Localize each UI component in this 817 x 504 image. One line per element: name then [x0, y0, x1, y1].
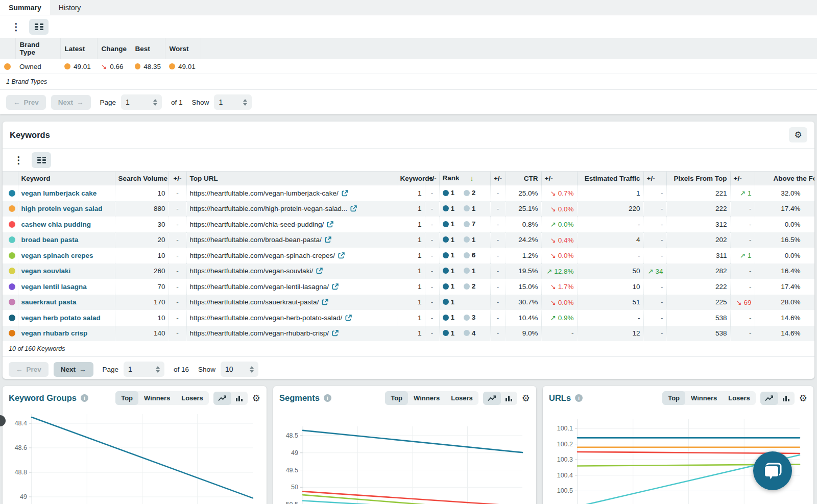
top-toggle[interactable]: Top [385, 391, 408, 405]
col-brand-type[interactable]: Brand Type [15, 38, 60, 59]
top-url-link[interactable]: https://heartfultable.com/chia-seed-pudd… [190, 221, 324, 228]
col-keywords[interactable]: Keywords [397, 172, 425, 185]
next-button[interactable]: Next→ [51, 95, 91, 110]
keyword-row[interactable]: vegan herb potato salad 10 - https://hea… [3, 310, 814, 326]
spinner-arrows-icon[interactable] [156, 366, 160, 373]
line-chart-button[interactable] [760, 392, 778, 405]
external-link-icon[interactable] [325, 236, 331, 243]
bar-chart-button[interactable] [501, 392, 517, 405]
keyword-row[interactable]: broad bean pasta 20 - https://heartfulta… [3, 232, 814, 248]
external-link-icon[interactable] [332, 330, 339, 337]
spinner-arrows-icon[interactable] [243, 99, 247, 106]
keyword-link[interactable]: high protein vegan salad [21, 205, 103, 212]
tab-history[interactable]: History [50, 0, 90, 15]
col-top-url[interactable]: Top URL [186, 172, 397, 185]
col-change[interactable]: Change [97, 38, 131, 59]
keyword-link[interactable]: vegan spinach crepes [21, 252, 93, 259]
top-url-link[interactable]: https://heartfultable.com/vegan-spinach-… [190, 252, 335, 259]
external-link-icon[interactable] [338, 252, 345, 259]
external-link-icon[interactable] [316, 268, 323, 274]
losers-toggle[interactable]: Losers [176, 391, 209, 405]
col-traffic-delta[interactable]: +/- [643, 172, 666, 185]
top-toggle[interactable]: Top [662, 391, 685, 405]
show-input[interactable]: 1 [214, 94, 252, 110]
col-estimated-traffic[interactable]: Estimated Traffic [577, 172, 643, 185]
prev-button[interactable]: ←Prev [9, 362, 49, 377]
top-url-link[interactable]: https://heartfultable.com/sauerkraut-pas… [190, 298, 319, 306]
col-pixels-delta[interactable]: +/- [730, 172, 755, 185]
col-rank[interactable]: Rank↓ [439, 172, 490, 185]
keyword-link[interactable]: vegan lumberjack cake [21, 189, 97, 197]
top-url-link[interactable]: https://heartfultable.com/broad-bean-pas… [190, 236, 322, 244]
line-chart-button[interactable] [483, 392, 501, 405]
external-link-icon[interactable] [327, 221, 333, 228]
chat-widget-button[interactable] [753, 451, 792, 490]
brand-type-row[interactable]: Owned 49.01 ↘0.66 48.35 49.01 [0, 59, 817, 74]
keyword-row[interactable]: vegan rhubarb crisp 140 - https://heartf… [3, 326, 814, 342]
top-url-link[interactable]: https://heartfultable.com/vegan-herb-pot… [190, 314, 343, 322]
top-url-link[interactable]: https://heartfultable.com/vegan-souvlaki… [190, 267, 314, 275]
col-keyword[interactable]: Keyword [18, 172, 115, 185]
col-pixels-from-top[interactable]: Pixels From Top [666, 172, 730, 185]
top-url-link[interactable]: https://heartfultable.com/vegan-rhubarb-… [190, 329, 329, 337]
page-input[interactable]: 1 [121, 94, 162, 110]
keyword-row[interactable]: vegan souvlaki 260 - https://heartfultab… [3, 263, 814, 279]
tab-summary[interactable]: Summary [0, 0, 50, 15]
show-input[interactable]: 10 [221, 362, 258, 377]
keywords-settings-button[interactable]: ⚙ [789, 127, 807, 142]
keyword-row[interactable]: high protein vegan salad 880 - https://h… [3, 201, 814, 217]
winners-toggle[interactable]: Winners [685, 391, 723, 405]
col-best[interactable]: Best [131, 38, 165, 59]
top-url-link[interactable]: https://heartfultable.com/high-protein-v… [190, 205, 347, 212]
keyword-link[interactable]: vegan rhubarb crisp [21, 329, 88, 337]
col-search-volume[interactable]: Search Volume [115, 172, 169, 185]
bar-chart-button[interactable] [778, 392, 795, 405]
col-rank-delta[interactable]: +/- [490, 172, 506, 185]
col-latest[interactable]: Latest [60, 38, 97, 59]
winners-toggle[interactable]: Winners [138, 391, 176, 405]
info-icon[interactable]: i [575, 394, 583, 402]
keyword-link[interactable]: cashew chia pudding [21, 221, 91, 228]
top-url-link[interactable]: https://heartfultable.com/vegan-lentil-l… [190, 283, 329, 291]
external-link-icon[interactable] [350, 205, 357, 212]
external-link-icon[interactable] [322, 299, 328, 305]
spinner-arrows-icon[interactable] [250, 366, 254, 373]
keyword-link[interactable]: sauerkraut pasta [21, 298, 77, 306]
external-link-icon[interactable] [332, 283, 339, 290]
col-ctr-delta[interactable]: +/- [541, 172, 577, 185]
sort-descending-icon[interactable]: ↓ [470, 174, 474, 182]
keyword-row[interactable]: sauerkraut pasta 170 - https://heartfult… [3, 295, 814, 310]
keyword-row[interactable]: vegan spinach crepes 10 - https://heartf… [3, 248, 814, 263]
kebab-menu-icon[interactable]: ⋮ [11, 22, 21, 32]
col-worst[interactable]: Worst [165, 38, 201, 59]
keyword-link[interactable]: vegan herb potato salad [21, 314, 101, 322]
keyword-row[interactable]: cashew chia pudding 30 - https://heartfu… [3, 217, 814, 232]
bar-chart-button[interactable] [231, 392, 248, 405]
losers-toggle[interactable]: Losers [445, 391, 478, 405]
keyword-row[interactable]: vegan lentil lasagna 70 - https://heartf… [3, 279, 814, 295]
spinner-arrows-icon[interactable] [153, 99, 157, 106]
columns-button[interactable] [29, 19, 49, 35]
keyword-link[interactable]: vegan souvlaki [21, 267, 71, 275]
keyword-link[interactable]: broad bean pasta [21, 236, 79, 244]
settings-gear-icon[interactable]: ⚙ [799, 393, 807, 404]
settings-gear-icon[interactable]: ⚙ [252, 393, 260, 404]
segments-chart[interactable]: 48.54949.55050.5 [273, 408, 536, 504]
external-link-icon[interactable] [345, 315, 352, 321]
info-icon[interactable]: i [81, 394, 88, 402]
kebab-menu-icon[interactable]: ⋮ [14, 155, 23, 165]
col-ctr[interactable]: CTR [506, 172, 541, 185]
top-url-link[interactable]: https://heartfultable.com/vegan-lumberja… [190, 189, 339, 197]
prev-button[interactable]: ←Prev [6, 95, 46, 110]
winners-toggle[interactable]: Winners [408, 391, 445, 405]
keyword-link[interactable]: vegan lentil lasagna [21, 283, 87, 291]
next-button[interactable]: Next→ [54, 362, 93, 377]
columns-button[interactable] [32, 152, 51, 168]
keyword-groups-chart[interactable]: 48.448.648.849 [3, 408, 267, 504]
info-icon[interactable]: i [324, 394, 331, 402]
external-link-icon[interactable] [342, 190, 348, 197]
col-above-the-fold[interactable]: Above the Fold % [755, 172, 814, 185]
page-input[interactable]: 1 [124, 362, 164, 377]
settings-gear-icon[interactable]: ⚙ [522, 393, 530, 404]
losers-toggle[interactable]: Losers [723, 391, 756, 405]
